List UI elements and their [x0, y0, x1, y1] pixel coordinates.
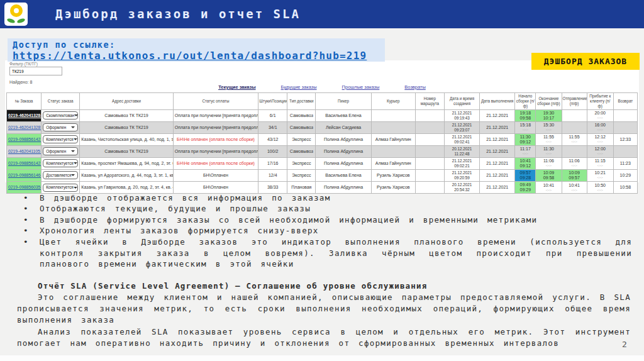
- courier-cell: Рузиль Харисов: [371, 181, 415, 193]
- assembly-start-cell: 11:3009:12: [515, 133, 536, 145]
- chevron-down-icon: [74, 162, 77, 164]
- filter-block: Фильтр (ТК/ТГ) Найдено: 8: [9, 62, 62, 84]
- slide-title: Дэшборд заказов и отчет SLA: [55, 7, 301, 21]
- payment-status-cell: Оплата при получении [принята предоплата…: [173, 109, 258, 121]
- arrival-cell: 10:50-:-:-: [587, 181, 613, 193]
- execution-date-cell: 21.12.2021: [480, 157, 515, 169]
- delivery-address-cell: Казань, ул Гаврилова, д. 20, под. 2, эт.…: [80, 181, 173, 193]
- found-count: Найдено: 8: [9, 80, 62, 84]
- sla-section: Отчёт SLA (Service Level Agreement) – Со…: [17, 280, 631, 349]
- order-number-link[interactable]: 0219-4620411051: [8, 149, 42, 153]
- filter-input[interactable]: [9, 67, 62, 75]
- arrival-cell: 16:00-:-:-: [587, 121, 613, 133]
- column-header: Штуки\Позиции: [258, 93, 287, 110]
- status-select[interactable]: Комплектуется: [43, 184, 78, 192]
- order-number-cell: 0219-4620413289: [7, 121, 42, 133]
- created-datetime-cell: 20.12.202111:22:48: [444, 145, 479, 157]
- assembly-end-cell: 10:0909:58: [536, 169, 562, 181]
- access-link-box: Доступ по ссылке: https://lenta.utkonos.…: [8, 38, 385, 62]
- created-datetime-cell: 21.12.202109:02:41: [444, 133, 479, 145]
- delivery-address-cell: Казань, ул Адоратского, д. 44, под. 3, э…: [80, 169, 173, 181]
- column-header: № Заказа: [7, 93, 42, 110]
- orders-tabs: Текущие заказыБудущие заказыПрошлые зака…: [6, 84, 638, 90]
- picker-cell: Васильева Елена: [316, 169, 371, 181]
- delivery-address-cell: Самовывоз ТК ТК219: [80, 109, 173, 121]
- order-status-cell: Комплектуется: [42, 157, 80, 169]
- order-row: 0219-098856146467ДоставляетсяКазань, ул …: [7, 169, 638, 181]
- delivery-address-cell: Казань, проспект Ямашева, д. 94, под. 2,…: [80, 157, 173, 169]
- items-positions-cell: 38/33: [258, 181, 287, 193]
- departure-cell: [562, 121, 587, 133]
- payment-status-cell: БН\Оплачен: [173, 181, 258, 193]
- assembly-end-cell: 11:06-:-:-: [536, 157, 562, 169]
- delivery-type-cell: Самовывоз: [287, 109, 316, 121]
- return-cell: [613, 109, 637, 121]
- order-number-cell: 0219-098856146467: [7, 169, 42, 181]
- order-row: 0219-098856142359КомплектуетсяКазань, пр…: [7, 157, 638, 169]
- bullet-item: Цвет ячейки в Дэшборде заказов это индик…: [23, 236, 632, 270]
- column-header: Окончание сборки (п/ф): [536, 93, 562, 110]
- column-header: Статус заказа: [42, 93, 80, 110]
- order-row: 0219-098856035882КомплектуетсяКазань, ул…: [7, 181, 638, 193]
- created-datetime-cell: 21.12.202109:20:59: [444, 169, 479, 181]
- status-select[interactable]: Оформлен: [43, 147, 78, 155]
- departure-cell: [562, 109, 587, 121]
- execution-date-cell: 21.12.2021: [480, 169, 515, 181]
- dashboard-url-link[interactable]: https://lenta.utkonos.ru/out/lenta/dashb…: [13, 50, 380, 62]
- execution-date-cell: 21.12.2021: [480, 181, 515, 193]
- order-number-cell: 0219-4620413284: [7, 109, 42, 121]
- return-cell: 11:23: [613, 157, 637, 169]
- items-positions-cell: 34/1: [258, 121, 287, 133]
- status-select[interactable]: Доставляется: [43, 171, 78, 179]
- assembly-end-cell: 11:30-:-:-: [536, 145, 562, 157]
- status-select[interactable]: Комплектуется: [43, 159, 78, 167]
- assembly-end-cell: 19:3010:17: [536, 109, 562, 121]
- chevron-down-icon: [71, 150, 75, 152]
- assembly-start-cell: 11:17-:-:-: [515, 145, 536, 157]
- execution-date-cell: 21.12.2021: [480, 145, 515, 157]
- column-header: Пикер: [316, 93, 371, 110]
- column-header: Возврат: [613, 93, 637, 110]
- assembly-end-cell: 10:41-:-:-: [536, 181, 562, 193]
- order-number-link[interactable]: 0219-098856142359: [8, 161, 42, 165]
- lenta-flower-logo-icon: [4, 3, 28, 26]
- status-select[interactable]: Скомплектован: [43, 111, 78, 119]
- tab-inactive[interactable]: Будущие заказы: [281, 84, 317, 90]
- order-number-link[interactable]: 0219-4620413289: [8, 125, 42, 130]
- items-positions-cell: 43/12: [258, 133, 287, 145]
- order-number-cell: 0219-4620411051: [7, 145, 42, 157]
- bullet-item: Отображаются текущие, будущие и прошлые …: [23, 203, 632, 214]
- picker-cell: Полина Абдуллина: [316, 181, 371, 193]
- assembly-start-cell: 10:4109:12: [515, 157, 536, 169]
- order-number-link[interactable]: 0219-4620413284: [8, 113, 42, 118]
- tab-inactive[interactable]: Прошлые заказы: [342, 84, 380, 90]
- payment-status-cell: БН\Не оплачен (оплата после сборки): [173, 157, 258, 169]
- order-number-link[interactable]: 0219-098856035882: [8, 185, 42, 189]
- assembly-start-cell: 09:4909:29: [515, 181, 536, 193]
- courier-cell: [371, 121, 415, 133]
- arrival-cell: 11:15-:-:-: [587, 157, 613, 169]
- status-select[interactable]: Комплектуется: [43, 135, 78, 143]
- delivery-type-cell: Самовывоз: [287, 145, 316, 157]
- order-number-link[interactable]: 0219-098856142366: [8, 137, 42, 142]
- column-header: Дата выполнения: [480, 93, 515, 110]
- orders-dashboard-badge: ДЭШБОРД ЗАКАЗОВ: [531, 53, 640, 70]
- assembly-start-cell: 19:1809:58: [515, 109, 536, 121]
- tab-inactive[interactable]: Возвраты: [404, 84, 426, 90]
- departure-cell: 11:06-:-:-: [562, 157, 587, 169]
- status-select[interactable]: Оформлен: [43, 123, 78, 131]
- bullet-item: Хронология ленты заказов формируется сни…: [23, 225, 632, 236]
- bullet-item: В дэшборде формируются заказы со всей не…: [23, 214, 632, 226]
- order-number-link[interactable]: 0219-098856146467: [8, 173, 42, 177]
- created-datetime-cell: 21.12.202109:02:21: [444, 157, 479, 169]
- page-number: 2: [622, 340, 627, 349]
- chevron-down-icon: [71, 174, 75, 176]
- route-number-cell: [415, 145, 444, 157]
- tab-active[interactable]: Текущие заказы: [218, 84, 255, 90]
- arrival-cell: 12:00-:-:-: [587, 145, 613, 157]
- delivery-type-cell: Экспресс: [287, 133, 316, 145]
- column-header: Номер маршрута: [415, 93, 444, 110]
- return-cell: 12:33: [613, 133, 637, 145]
- delivery-type-cell: Плановая: [287, 181, 316, 193]
- courier-cell: [371, 145, 415, 157]
